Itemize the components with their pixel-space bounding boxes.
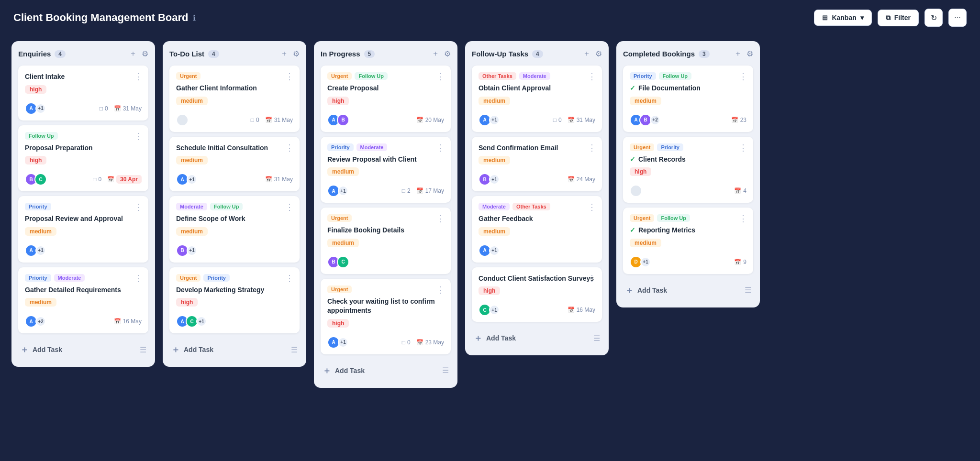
card-menu-button[interactable]: ⋮: [588, 202, 596, 212]
due-date: 📅16 May: [114, 318, 142, 325]
column-settings-button[interactable]: ⚙: [746, 49, 753, 58]
card-menu-button[interactable]: ⋮: [588, 71, 596, 82]
task-card[interactable]: ⋮ ModerateOther Tasks Gather Feedback me…: [472, 196, 602, 263]
column-followup: Follow-Up Tasks 4 ＋ ⚙ ⋮ Other TasksModer…: [465, 41, 609, 355]
column-add-button[interactable]: ＋: [129, 49, 137, 59]
card-tags: Urgent: [327, 214, 444, 222]
task-card[interactable]: ⋮ Client Intake high A+1 □0📅31 May: [18, 66, 148, 121]
card-meta: □0📅31 May: [100, 105, 142, 112]
task-card[interactable]: ⋮ Conduct Client Satisfaction Surveys hi…: [472, 267, 602, 322]
priority-badge: medium: [327, 239, 359, 247]
doc-count: □0: [402, 339, 411, 346]
card-menu-button[interactable]: ⋮: [588, 273, 596, 284]
column-header-left: Follow-Up Tasks 4: [472, 50, 543, 58]
chevron-down-icon: ▾: [860, 14, 864, 22]
card-menu-button[interactable]: ⋮: [134, 71, 143, 82]
task-card[interactable]: ⋮ PriorityModerate Gather Detailed Requi…: [18, 267, 148, 334]
avatar: [630, 185, 642, 197]
avatar-extra-count: +1: [489, 174, 500, 185]
column-count: 4: [208, 50, 219, 58]
add-task-button[interactable]: ＋ Add Task ☰: [623, 281, 753, 300]
card-menu-button[interactable]: ⋮: [134, 202, 143, 212]
column-settings-button[interactable]: ⚙: [142, 49, 148, 58]
card-title: Gather Detailed Requirements: [25, 285, 142, 295]
kanban-button[interactable]: ⊞ Kanban ▾: [814, 10, 871, 26]
filter-button[interactable]: ⧉ Filter: [878, 10, 919, 26]
task-card[interactable]: ⋮ Urgent Finalize Booking Details medium…: [321, 208, 451, 274]
add-task-button[interactable]: ＋ Add Task ☰: [472, 329, 602, 348]
plus-icon: ＋: [323, 365, 331, 376]
add-task-button[interactable]: ＋ Add Task ☰: [169, 340, 300, 359]
card-avatars: A+1: [479, 244, 500, 257]
calendar-icon: 📅: [416, 187, 423, 194]
task-card[interactable]: ⋮ PriorityModerate Review Proposal with …: [321, 137, 451, 203]
column-header: To-Do List 4 ＋ ⚙: [169, 49, 300, 59]
card-menu-button[interactable]: ⋮: [134, 273, 143, 284]
card-menu-button[interactable]: ⋮: [285, 71, 294, 82]
card-avatars: A+1: [25, 102, 46, 115]
card-tag: Follow Up: [355, 72, 388, 80]
card-menu-button[interactable]: ⋮: [285, 202, 294, 212]
add-task-label: Add Task: [33, 346, 62, 353]
doc-count: □2: [402, 187, 411, 194]
card-tag: Follow Up: [25, 132, 58, 140]
card-menu-button[interactable]: ⋮: [285, 273, 294, 284]
add-task-button[interactable]: ＋ Add Task ☰: [18, 340, 148, 359]
column-settings-button[interactable]: ⚙: [595, 49, 602, 58]
add-task-button[interactable]: ＋ Add Task ☰: [321, 361, 451, 380]
card-tags: Other TasksModerate: [479, 72, 595, 80]
task-card[interactable]: ⋮ Send Confirmation Email medium B+1 📅24…: [472, 137, 602, 192]
column-settings-button[interactable]: ⚙: [293, 49, 300, 58]
card-menu-button[interactable]: ⋮: [739, 71, 747, 82]
column-header: Follow-Up Tasks 4 ＋ ⚙: [472, 49, 602, 59]
card-menu-button[interactable]: ⋮: [739, 143, 747, 153]
card-title: Proposal Review and Approval: [25, 214, 142, 224]
task-card[interactable]: ⋮ Schedule Initial Consultation medium A…: [169, 137, 300, 192]
task-card[interactable]: ⋮ PriorityFollow Up ✓File Documentation …: [623, 66, 753, 132]
card-menu-button[interactable]: ⋮: [436, 285, 445, 295]
column-header: Enquiries 4 ＋ ⚙: [18, 49, 148, 59]
task-card[interactable]: ⋮ Follow Up Proposal Preparation high BC…: [18, 125, 148, 192]
avatar-extra-count: +1: [489, 245, 500, 256]
card-tag: Priority: [630, 72, 656, 80]
task-card[interactable]: ⋮ ModerateFollow Up Define Scope of Work…: [169, 196, 300, 263]
task-card[interactable]: ⋮ Priority Proposal Review and Approval …: [18, 196, 148, 263]
plus-icon: ＋: [474, 332, 482, 344]
avatar-extra-count: +1: [187, 245, 197, 256]
refresh-button[interactable]: ↻: [924, 9, 943, 27]
card-menu-button[interactable]: ⋮: [436, 213, 445, 224]
card-tags: PriorityModerate: [25, 274, 142, 282]
task-card[interactable]: ⋮ UrgentFollow Up ✓Reporting Metrics med…: [623, 208, 753, 274]
card-tags: Urgent: [327, 285, 444, 293]
card-menu-button[interactable]: ⋮: [285, 143, 294, 153]
task-card[interactable]: ⋮ UrgentPriority Develop Marketing Strat…: [169, 267, 300, 334]
card-menu-button[interactable]: ⋮: [134, 131, 143, 142]
card-footer: A+1 📅31 May: [176, 173, 293, 186]
column-settings-button[interactable]: ⚙: [444, 49, 451, 58]
task-card[interactable]: ⋮ Urgent Check your waiting list to conf…: [321, 279, 451, 354]
more-options-button[interactable]: ···: [948, 9, 967, 27]
card-avatars: B+1: [176, 244, 197, 257]
card-avatars: D+1: [630, 256, 651, 268]
column-add-button[interactable]: ＋: [280, 49, 288, 59]
kanban-grid-icon: ⊞: [822, 14, 828, 22]
column-add-button[interactable]: ＋: [734, 49, 742, 59]
card-footer: AC+1: [176, 315, 293, 328]
card-menu-button[interactable]: ⋮: [436, 71, 445, 82]
card-footer: C+1 📅16 May: [479, 304, 595, 316]
due-date: 📅31 May: [265, 176, 293, 183]
task-card[interactable]: ⋮ Urgent Gather Client Information mediu…: [169, 66, 300, 132]
card-menu-button[interactable]: ⋮: [436, 143, 445, 153]
add-task-label: Add Task: [335, 367, 365, 374]
task-card[interactable]: ⋮ UrgentFollow Up Create Proposal high A…: [321, 66, 451, 132]
info-icon[interactable]: ℹ: [193, 13, 196, 22]
card-menu-button[interactable]: ⋮: [739, 213, 747, 224]
column-add-button[interactable]: ＋: [432, 49, 439, 59]
column-add-button[interactable]: ＋: [583, 49, 590, 59]
card-menu-button[interactable]: ⋮: [588, 143, 596, 153]
card-title: ✓Reporting Metrics: [630, 226, 746, 235]
task-card[interactable]: ⋮ Other TasksModerate Obtain Client Appr…: [472, 66, 602, 132]
card-avatars: B+1: [479, 173, 500, 186]
card-avatars: AB: [327, 114, 349, 126]
task-card[interactable]: ⋮ UrgentPriority ✓Client Records high 📅4: [623, 137, 753, 203]
